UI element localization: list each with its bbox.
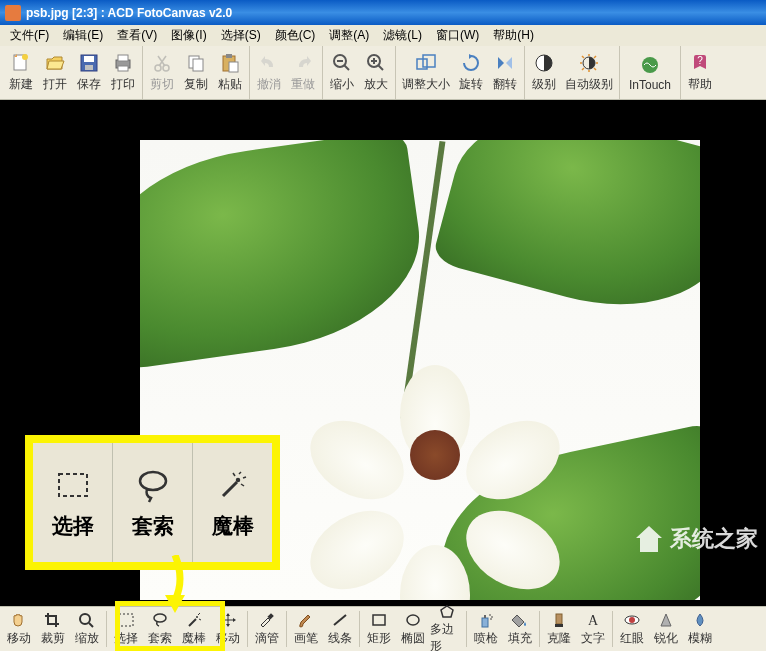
save-icon xyxy=(78,52,100,74)
menu-adjust[interactable]: 调整(A) xyxy=(323,25,375,46)
menu-edit[interactable]: 编辑(E) xyxy=(57,25,109,46)
help-icon: ? xyxy=(689,52,711,74)
callout-lasso[interactable]: 套索 xyxy=(113,443,193,562)
save-label: 保存 xyxy=(77,76,101,93)
wand-icon xyxy=(213,466,253,506)
rotate-button[interactable]: 旋转 xyxy=(454,49,488,97)
undo-button[interactable]: 撤消 xyxy=(252,49,286,97)
svg-rect-25 xyxy=(423,55,435,67)
zoomin-button[interactable]: 放大 xyxy=(359,49,393,97)
undo-icon xyxy=(258,52,280,74)
autolevels-button[interactable]: 自动级别 xyxy=(561,49,617,97)
new-button[interactable]: 新建 xyxy=(4,49,38,97)
menu-bar: 文件(F) 编辑(E) 查看(V) 图像(I) 选择(S) 颜色(C) 调整(A… xyxy=(0,25,766,46)
callout-popup: 选择 套索 魔棒 xyxy=(25,435,280,570)
svg-text:?: ? xyxy=(697,55,703,66)
zoomin-icon xyxy=(365,52,387,74)
menu-view[interactable]: 查看(V) xyxy=(111,25,163,46)
menu-color[interactable]: 颜色(C) xyxy=(269,25,322,46)
cut-icon xyxy=(151,52,173,74)
svg-line-41 xyxy=(239,472,241,474)
intouch-button[interactable]: InTouch xyxy=(622,49,678,97)
tool-ellipse[interactable]: 椭圆 xyxy=(396,608,430,650)
tool-polygon[interactable]: 多边形 xyxy=(430,608,464,650)
svg-point-65 xyxy=(490,618,492,620)
move-icon xyxy=(218,611,238,629)
flip-icon xyxy=(494,52,516,74)
menu-window[interactable]: 窗口(W) xyxy=(430,25,485,46)
save-button[interactable]: 保存 xyxy=(72,49,106,97)
svg-rect-67 xyxy=(555,624,563,627)
select-rect-icon xyxy=(53,466,93,506)
menu-filter[interactable]: 滤镜(L) xyxy=(377,25,428,46)
levels-icon xyxy=(533,52,555,74)
copy-icon xyxy=(185,52,207,74)
line-icon xyxy=(330,611,350,629)
copy-button[interactable]: 复制 xyxy=(179,49,213,97)
svg-text:A: A xyxy=(588,613,599,628)
svg-rect-3 xyxy=(84,56,94,62)
print-icon xyxy=(112,52,134,74)
app-icon xyxy=(5,5,21,21)
tool-line[interactable]: 线条 xyxy=(323,608,357,650)
title-bar: psb.jpg [2:3] : ACD FotoCanvas v2.0 xyxy=(0,0,766,25)
svg-point-8 xyxy=(155,65,161,71)
open-label: 打开 xyxy=(43,76,67,93)
watermark-text: 系统之家 xyxy=(670,524,758,554)
menu-help[interactable]: 帮助(H) xyxy=(487,25,540,46)
resize-button[interactable]: 调整大小 xyxy=(398,49,454,97)
svg-line-18 xyxy=(344,65,349,70)
tool-move[interactable]: 移动 xyxy=(2,608,36,650)
svg-point-39 xyxy=(140,472,166,490)
lasso-icon xyxy=(133,466,173,506)
callout-lasso-label: 套索 xyxy=(132,512,174,540)
crop-icon xyxy=(43,611,63,629)
tool-text[interactable]: A文字 xyxy=(576,608,610,650)
new-icon xyxy=(10,52,32,74)
menu-select[interactable]: 选择(S) xyxy=(215,25,267,46)
zoomout-button[interactable]: 缩小 xyxy=(325,49,359,97)
svg-rect-13 xyxy=(193,59,203,71)
callout-select[interactable]: 选择 xyxy=(33,443,113,562)
flip-button[interactable]: 翻转 xyxy=(488,49,522,97)
cut-button[interactable]: 剪切 xyxy=(145,49,179,97)
toolbar-bottom: 移动 裁剪 缩放 选择 套索 魔棒 移动 滴管 画笔 线条 矩形 椭圆 多边形 … xyxy=(0,606,766,651)
select-icon xyxy=(116,611,136,629)
tool-dropper[interactable]: 滴管 xyxy=(250,608,284,650)
tool-select[interactable]: 选择 xyxy=(109,608,143,650)
tool-spray[interactable]: 喷枪 xyxy=(469,608,503,650)
callout-wand[interactable]: 魔棒 xyxy=(193,443,272,562)
tool-move2[interactable]: 移动 xyxy=(211,608,245,650)
svg-marker-60 xyxy=(441,606,453,617)
tool-redeye[interactable]: 红眼 xyxy=(615,608,649,650)
svg-line-40 xyxy=(223,482,237,496)
house-icon xyxy=(632,522,666,556)
tool-blur[interactable]: 模糊 xyxy=(683,608,717,650)
tool-sharpen[interactable]: 锐化 xyxy=(649,608,683,650)
paste-icon xyxy=(219,52,241,74)
svg-rect-38 xyxy=(59,474,87,496)
open-button[interactable]: 打开 xyxy=(38,49,72,97)
sharpen-icon xyxy=(656,611,676,629)
svg-line-44 xyxy=(241,484,244,486)
svg-line-52 xyxy=(198,613,200,615)
menu-file[interactable]: 文件(F) xyxy=(4,25,55,46)
callout-select-label: 选择 xyxy=(52,512,94,540)
tool-clone[interactable]: 克隆 xyxy=(542,608,576,650)
copy-label: 复制 xyxy=(184,76,208,93)
menu-image[interactable]: 图像(I) xyxy=(165,25,212,46)
svg-point-46 xyxy=(80,614,90,624)
levels-button[interactable]: 级别 xyxy=(527,49,561,97)
tool-zoom[interactable]: 缩放 xyxy=(70,608,104,650)
redo-button[interactable]: 重做 xyxy=(286,49,320,97)
tool-brush[interactable]: 画笔 xyxy=(289,608,323,650)
levels-label: 级别 xyxy=(532,76,556,93)
tool-crop[interactable]: 裁剪 xyxy=(36,608,70,650)
print-button[interactable]: 打印 xyxy=(106,49,140,97)
tool-fill[interactable]: 填充 xyxy=(503,608,537,650)
tool-rect[interactable]: 矩形 xyxy=(362,608,396,650)
paste-button[interactable]: 粘贴 xyxy=(213,49,247,97)
blur-icon xyxy=(690,611,710,629)
help-button[interactable]: ?帮助 xyxy=(683,49,717,97)
svg-line-35 xyxy=(594,56,596,58)
